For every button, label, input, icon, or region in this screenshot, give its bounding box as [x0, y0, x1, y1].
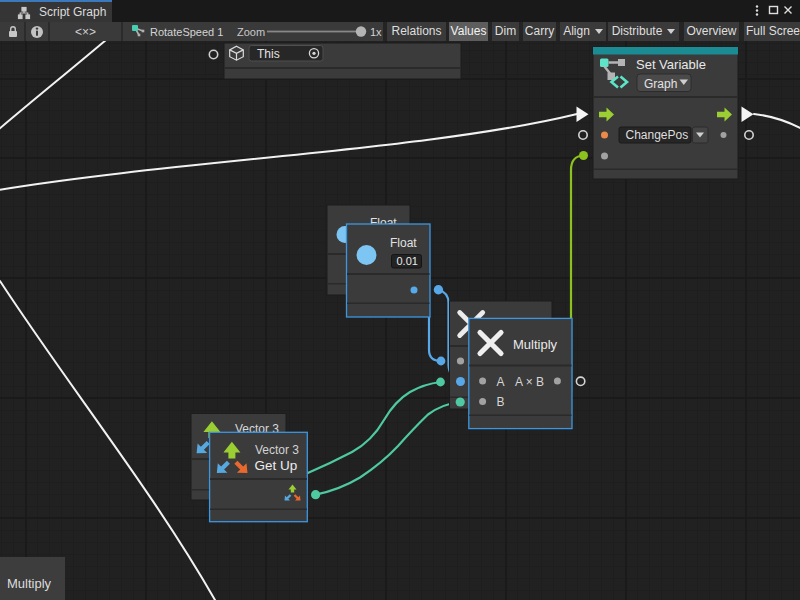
svg-text:Graph: Graph [644, 77, 677, 91]
svg-text:A × B: A × B [515, 375, 544, 389]
svg-text:This: This [257, 47, 280, 61]
svg-text:A: A [497, 375, 505, 389]
svg-text:Set Variable: Set Variable [636, 57, 706, 72]
svg-text:Multiply: Multiply [513, 337, 558, 352]
svg-text:Get Up: Get Up [255, 458, 298, 473]
svg-text:0.01: 0.01 [397, 255, 418, 267]
svg-text:Vector 3: Vector 3 [255, 443, 299, 457]
svg-text:ChangePos: ChangePos [626, 128, 689, 142]
svg-text:Float: Float [390, 236, 417, 250]
svg-text:B: B [497, 395, 505, 409]
